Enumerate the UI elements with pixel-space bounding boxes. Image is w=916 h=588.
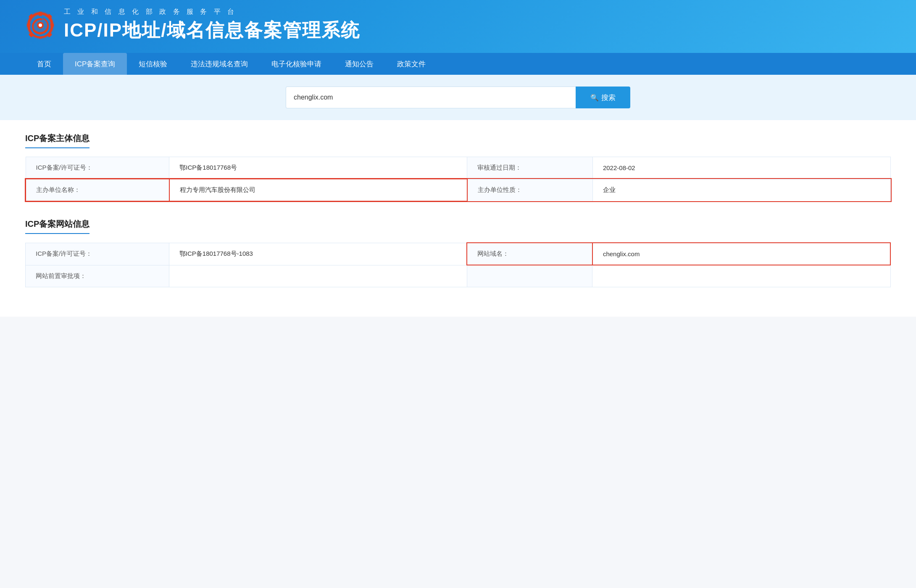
entity-nature-label: 主办单位性质： [467, 179, 593, 201]
entity-info-table: ICP备案/许可证号： 鄂ICP备18017768号 审核通过日期： 2022-… [25, 157, 891, 202]
nav-electronic-verify[interactable]: 电子化核验申请 [260, 53, 333, 75]
nav-sms[interactable]: 短信核验 [127, 53, 179, 75]
nav-home[interactable]: 首页 [25, 53, 63, 75]
entity-nature-value: 企业 [592, 179, 890, 201]
header-subtitle: 工 业 和 信 息 化 部 政 务 服 务 平 台 [64, 8, 360, 16]
search-container: 🔍 搜索 [286, 87, 630, 108]
section1-title: ICP备案主体信息 [25, 133, 89, 148]
website-preapproval-value [169, 265, 467, 287]
nav-policy[interactable]: 政策文件 [385, 53, 437, 75]
svg-rect-2 [39, 12, 42, 16]
search-icon: 🔍 [590, 94, 599, 102]
search-button[interactable]: 🔍 搜索 [576, 87, 630, 108]
website-domain-label: 网站域名： [467, 243, 592, 265]
header-title: ICP/IP地址/域名信息备案管理系统 [64, 18, 360, 43]
entity-row-2: 主办单位名称： 程力专用汽车股份有限公司 主办单位性质： 企业 [26, 179, 891, 201]
website-empty-value [592, 265, 890, 287]
nav-notice[interactable]: 通知公告 [333, 53, 385, 75]
entity-name-value: 程力专用汽车股份有限公司 [169, 179, 467, 201]
logo-icon [25, 10, 55, 40]
entity-icp-value: 鄂ICP备18017768号 [169, 157, 467, 179]
website-info-table: ICP备案/许可证号： 鄂ICP备18017768号-1083 网站域名： ch… [25, 242, 891, 287]
main-content: ICP备案主体信息 ICP备案/许可证号： 鄂ICP备18017768号 审核通… [0, 120, 916, 317]
header-text: 工 业 和 信 息 化 部 政 务 服 务 平 台 ICP/IP地址/域名信息备… [64, 8, 360, 43]
search-section: 🔍 搜索 [0, 75, 916, 120]
website-row-2: 网站前置审批项： [26, 265, 891, 287]
main-nav: 首页 ICP备案查询 短信核验 违法违规域名查询 电子化核验申请 通知公告 政策… [0, 53, 916, 75]
website-row-1: ICP备案/许可证号： 鄂ICP备18017768号-1083 网站域名： ch… [26, 243, 891, 265]
entity-icp-label: ICP备案/许可证号： [26, 157, 169, 179]
nav-illegal-domain[interactable]: 违法违规域名查询 [179, 53, 260, 75]
website-icp-value: 鄂ICP备18017768号-1083 [169, 243, 467, 265]
website-icp-label: ICP备案/许可证号： [26, 243, 169, 265]
search-input[interactable] [286, 87, 576, 108]
section-icp-website: ICP备案网站信息 ICP备案/许可证号： 鄂ICP备18017768号-108… [25, 218, 891, 287]
entity-name-label: 主办单位名称： [26, 179, 169, 201]
section2-title: ICP备案网站信息 [25, 218, 89, 234]
search-button-label: 搜索 [601, 93, 616, 102]
section-icp-entity: ICP备案主体信息 ICP备案/许可证号： 鄂ICP备18017768号 审核通… [25, 133, 891, 202]
website-empty-label [467, 265, 592, 287]
entity-date-value: 2022-08-02 [592, 157, 890, 179]
header: 工 业 和 信 息 化 部 政 务 服 务 平 台 ICP/IP地址/域名信息备… [0, 0, 916, 53]
website-preapproval-label: 网站前置审批项： [26, 265, 169, 287]
website-domain-value: chenglix.com [592, 243, 890, 265]
nav-icp-query[interactable]: ICP备案查询 [63, 53, 127, 75]
entity-row-1: ICP备案/许可证号： 鄂ICP备18017768号 审核通过日期： 2022-… [26, 157, 891, 179]
entity-date-label: 审核通过日期： [467, 157, 593, 179]
svg-point-11 [39, 24, 42, 27]
